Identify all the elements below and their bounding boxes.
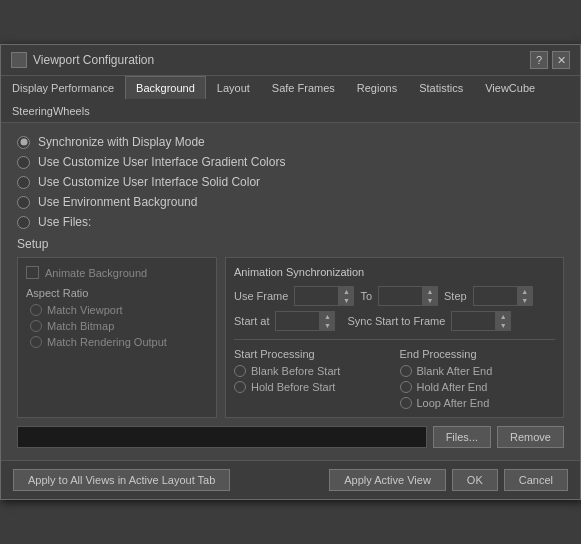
radio-sync[interactable]: Synchronize with Display Mode <box>17 135 564 149</box>
step-down[interactable]: ▼ <box>518 296 532 305</box>
to-input[interactable]: 30 <box>378 286 423 306</box>
divider <box>234 339 555 340</box>
to-up[interactable]: ▲ <box>423 287 437 296</box>
title-bar: Viewport Configuration ? ✕ <box>1 45 580 76</box>
use-frame-arrows: ▲ ▼ <box>339 286 354 306</box>
tab-safe-frames[interactable]: Safe Frames <box>261 76 346 99</box>
sync-start-spinner: 0 ▲ ▼ <box>451 311 511 331</box>
dialog-icon <box>11 52 27 68</box>
tab-display-performance[interactable]: Display Performance <box>1 76 125 99</box>
aspect-radio-group: Match Viewport Match Bitmap Match Render… <box>26 304 208 348</box>
radio-gradient[interactable]: Use Customize User Interface Gradient Co… <box>17 155 564 169</box>
use-frame-up[interactable]: ▲ <box>339 287 353 296</box>
to-arrows: ▲ ▼ <box>423 286 438 306</box>
dialog-title: Viewport Configuration <box>33 53 154 67</box>
radio-env[interactable]: Use Environment Background <box>17 195 564 209</box>
footer-left: Apply to All Views in Active Layout Tab <box>13 469 230 491</box>
tab-steeringwheels[interactable]: SteeringWheels <box>1 99 101 122</box>
end-hold[interactable]: Hold After End <box>400 381 556 393</box>
setup-right-panel: Animation Synchronization Use Frame 0 ▲ … <box>225 257 564 418</box>
use-frame-label: Use Frame <box>234 290 288 302</box>
setup-label: Setup <box>17 237 564 251</box>
radio-files[interactable]: Use Files: <box>17 215 564 229</box>
step-input[interactable]: 1 <box>473 286 518 306</box>
footer: Apply to All Views in Active Layout Tab … <box>1 460 580 499</box>
sync-start-input[interactable]: 0 <box>451 311 496 331</box>
sync-start-arrows: ▲ ▼ <box>496 311 511 331</box>
start-hold-input[interactable] <box>234 381 246 393</box>
start-blank-input[interactable] <box>234 365 246 377</box>
sync-start-label: Sync Start to Frame <box>347 315 445 327</box>
sync-start-down[interactable]: ▼ <box>496 321 510 330</box>
file-path-input[interactable] <box>17 426 427 448</box>
tab-background[interactable]: Background <box>125 76 206 99</box>
tab-statistics[interactable]: Statistics <box>408 76 474 99</box>
radio-sync-input[interactable] <box>17 136 30 149</box>
end-blank[interactable]: Blank After End <box>400 365 556 377</box>
cancel-button[interactable]: Cancel <box>504 469 568 491</box>
to-label: To <box>360 290 372 302</box>
start-processing-radios: Blank Before Start Hold Before Start <box>234 365 390 393</box>
tab-bar: Display Performance Background Layout Sa… <box>1 76 580 123</box>
start-at-label: Start at <box>234 315 269 327</box>
start-processing-title: Start Processing <box>234 348 390 360</box>
processing-section: Start Processing Blank Before Start Hold… <box>234 348 555 409</box>
use-frame-down[interactable]: ▼ <box>339 296 353 305</box>
remove-button[interactable]: Remove <box>497 426 564 448</box>
aspect-rendering-input[interactable] <box>30 336 42 348</box>
aspect-match-viewport[interactable]: Match Viewport <box>30 304 208 316</box>
radio-env-input[interactable] <box>17 196 30 209</box>
start-at-input[interactable]: 0 <box>275 311 320 331</box>
close-button[interactable]: ✕ <box>552 51 570 69</box>
setup-area: Animate Background Aspect Ratio Match Vi… <box>17 257 564 418</box>
start-hold[interactable]: Hold Before Start <box>234 381 390 393</box>
end-blank-input[interactable] <box>400 365 412 377</box>
use-frame-input[interactable]: 0 <box>294 286 339 306</box>
files-button[interactable]: Files... <box>433 426 491 448</box>
sync-start-up[interactable]: ▲ <box>496 312 510 321</box>
start-blank[interactable]: Blank Before Start <box>234 365 390 377</box>
footer-right: Apply Active View OK Cancel <box>329 469 568 491</box>
animate-bg-checkbox[interactable] <box>26 266 39 279</box>
help-button[interactable]: ? <box>530 51 548 69</box>
radio-gradient-input[interactable] <box>17 156 30 169</box>
tab-layout[interactable]: Layout <box>206 76 261 99</box>
end-processing-radios: Blank After End Hold After End Loop Afte… <box>400 365 556 409</box>
end-loop-input[interactable] <box>400 397 412 409</box>
ok-button[interactable]: OK <box>452 469 498 491</box>
anim-row-2: Start at 0 ▲ ▼ Sync Start to Frame 0 ▲ <box>234 311 555 331</box>
to-down[interactable]: ▼ <box>423 296 437 305</box>
to-spinner: 30 ▲ ▼ <box>378 286 438 306</box>
tab-content: Synchronize with Display Mode Use Custom… <box>1 123 580 460</box>
step-arrows: ▲ ▼ <box>518 286 533 306</box>
apply-all-button[interactable]: Apply to All Views in Active Layout Tab <box>13 469 230 491</box>
aspect-match-rendering[interactable]: Match Rendering Output <box>30 336 208 348</box>
end-processing-title: End Processing <box>400 348 556 360</box>
start-at-up[interactable]: ▲ <box>320 312 334 321</box>
anim-sync-title: Animation Synchronization <box>234 266 555 278</box>
radio-solid-input[interactable] <box>17 176 30 189</box>
use-frame-spinner: 0 ▲ ▼ <box>294 286 354 306</box>
aspect-match-bitmap[interactable]: Match Bitmap <box>30 320 208 332</box>
setup-left-panel: Animate Background Aspect Ratio Match Vi… <box>17 257 217 418</box>
tab-viewcube[interactable]: ViewCube <box>474 76 546 99</box>
step-up[interactable]: ▲ <box>518 287 532 296</box>
apply-active-button[interactable]: Apply Active View <box>329 469 446 491</box>
end-processing-col: End Processing Blank After End Hold Afte… <box>400 348 556 409</box>
aspect-viewport-input[interactable] <box>30 304 42 316</box>
step-spinner: 1 ▲ ▼ <box>473 286 533 306</box>
step-label: Step <box>444 290 467 302</box>
start-at-down[interactable]: ▼ <box>320 321 334 330</box>
end-loop[interactable]: Loop After End <box>400 397 556 409</box>
start-at-spinner: 0 ▲ ▼ <box>275 311 335 331</box>
anim-row-1: Use Frame 0 ▲ ▼ To 30 ▲ ▼ <box>234 286 555 306</box>
end-hold-input[interactable] <box>400 381 412 393</box>
title-bar-left: Viewport Configuration <box>11 52 154 68</box>
start-at-arrows: ▲ ▼ <box>320 311 335 331</box>
radio-solid[interactable]: Use Customize User Interface Solid Color <box>17 175 564 189</box>
file-row: Files... Remove <box>17 426 564 448</box>
radio-files-input[interactable] <box>17 216 30 229</box>
viewport-config-dialog: Viewport Configuration ? ✕ Display Perfo… <box>0 44 581 500</box>
tab-regions[interactable]: Regions <box>346 76 408 99</box>
aspect-bitmap-input[interactable] <box>30 320 42 332</box>
